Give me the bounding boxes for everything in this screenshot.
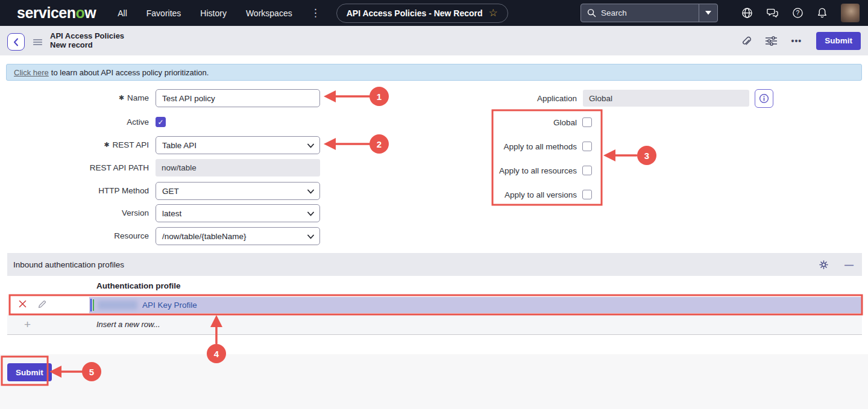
field-row-version: Version latest bbox=[0, 204, 338, 222]
version-select[interactable]: latest bbox=[156, 204, 320, 222]
nav-item-workspaces[interactable]: Workspaces bbox=[246, 8, 292, 18]
application-label: Application bbox=[422, 94, 577, 103]
rest-api-path-label: REST API PATH bbox=[0, 159, 149, 176]
info-icon bbox=[759, 93, 769, 104]
version-label: Version bbox=[0, 204, 149, 222]
help-icon[interactable]: ? bbox=[792, 7, 804, 19]
chevron-down-icon bbox=[307, 211, 314, 216]
field-row-name: ✱Name bbox=[0, 89, 338, 107]
globe-icon[interactable] bbox=[741, 7, 753, 19]
add-row-plus-icon[interactable]: + bbox=[24, 318, 31, 331]
annotation-badge-1 bbox=[370, 87, 389, 106]
record-title: API Access Policies bbox=[50, 31, 124, 40]
annotation-number-2: 2 bbox=[377, 139, 382, 149]
more-menu-icon[interactable]: ⋮ bbox=[310, 8, 321, 18]
name-label: ✱Name bbox=[0, 89, 149, 107]
logo-text-end: w bbox=[84, 4, 96, 21]
list-settings-gear-icon[interactable] bbox=[819, 260, 829, 270]
insert-row: + Insert a new row... bbox=[7, 314, 862, 335]
record-subtitle: New record bbox=[50, 40, 124, 49]
apply-all-methods-label: Apply to all methods bbox=[422, 142, 577, 151]
rest-api-path-value: now/table bbox=[156, 159, 320, 176]
submit-button-footer[interactable]: Submit bbox=[7, 363, 52, 381]
apply-all-versions-checkbox[interactable] bbox=[582, 190, 592, 199]
global-checkbox-label: Global bbox=[422, 118, 577, 127]
http-method-select[interactable]: GET bbox=[156, 182, 320, 200]
auth-profile-column-header[interactable]: Authentication profile bbox=[96, 281, 181, 290]
open-record-tab[interactable]: API Access Policies - New Record ☆ bbox=[336, 4, 508, 23]
resource-select[interactable]: /now/table/{tableName} bbox=[156, 227, 320, 245]
active-checkbox[interactable]: ✓ bbox=[156, 117, 166, 127]
nav-item-history[interactable]: History bbox=[200, 8, 227, 18]
svg-text:?: ? bbox=[796, 10, 800, 16]
redacted-text bbox=[98, 301, 137, 310]
logo-green-o: o bbox=[75, 4, 84, 21]
banner-text: to learn about API access policy priorit… bbox=[51, 68, 209, 77]
auth-profile-value: API Key Profile bbox=[142, 301, 197, 310]
search-dropdown-caret-icon[interactable] bbox=[699, 11, 717, 15]
nav-item-all[interactable]: All bbox=[118, 8, 127, 18]
servicenow-window: servicenow All Favorites History Workspa… bbox=[0, 0, 868, 409]
application-value: Global bbox=[583, 90, 749, 107]
search-input[interactable] bbox=[601, 8, 699, 17]
chevron-down-icon bbox=[307, 143, 314, 148]
required-marker: ✱ bbox=[119, 94, 124, 101]
annotation-arrow-3-head bbox=[603, 149, 615, 161]
active-label: Active bbox=[0, 117, 149, 127]
apply-all-resources-checkbox[interactable] bbox=[582, 166, 592, 175]
banner-link[interactable]: Click here bbox=[14, 68, 49, 77]
auth-profile-cell[interactable]: API Key Profile bbox=[89, 297, 861, 313]
form-context-menu-icon[interactable] bbox=[33, 37, 42, 48]
field-row-resource: Resource /now/table/{tableName} bbox=[0, 227, 338, 245]
annotation-badge-3 bbox=[637, 146, 656, 165]
collapse-list-icon[interactable]: — bbox=[844, 260, 854, 270]
record-header-actions: ••• Submit bbox=[741, 26, 861, 55]
field-row-http-method: HTTP Method GET bbox=[0, 182, 338, 200]
application-info-button[interactable] bbox=[755, 89, 773, 108]
list-column-header-row: Authentication profile bbox=[7, 276, 862, 296]
rest-api-label: ✱REST API bbox=[0, 136, 149, 154]
page-footer-area bbox=[0, 354, 868, 409]
auth-profile-row[interactable]: API Key Profile bbox=[11, 297, 861, 313]
logo-text: servicen bbox=[17, 4, 75, 21]
check-icon: ✓ bbox=[157, 118, 163, 126]
rest-api-select[interactable]: Table API bbox=[156, 136, 320, 154]
related-list-header: Inbound authentication profiles — bbox=[7, 253, 862, 276]
user-avatar[interactable] bbox=[841, 4, 860, 22]
record-header: API Access Policies New record ••• Submi… bbox=[0, 26, 868, 55]
apply-all-versions-label: Apply to all versions bbox=[422, 190, 577, 199]
search-icon bbox=[587, 8, 596, 17]
more-actions-icon[interactable]: ••• bbox=[791, 36, 802, 46]
field-row-rest-api-path: REST API PATH now/table bbox=[0, 159, 338, 176]
personalize-sliders-icon[interactable] bbox=[766, 36, 777, 46]
chevron-down-icon bbox=[307, 234, 314, 239]
annotation-number-3: 3 bbox=[644, 151, 649, 161]
apply-all-resources-label: Apply to all resources bbox=[422, 166, 577, 175]
top-nav-icons: ? bbox=[741, 0, 868, 26]
attachment-paperclip-icon[interactable] bbox=[741, 36, 751, 46]
name-input[interactable] bbox=[156, 89, 320, 107]
nav-item-favorites[interactable]: Favorites bbox=[146, 8, 181, 18]
edit-cursor bbox=[90, 299, 92, 311]
back-button[interactable] bbox=[7, 33, 25, 51]
top-nav-bar: servicenow All Favorites History Workspa… bbox=[0, 0, 868, 26]
favorite-star-icon[interactable]: ☆ bbox=[489, 8, 498, 18]
primary-nav: All Favorites History Workspaces bbox=[118, 8, 292, 18]
servicenow-logo[interactable]: servicenow bbox=[17, 4, 96, 22]
record-title-block: API Access Policies New record bbox=[50, 31, 124, 49]
submit-button-header[interactable]: Submit bbox=[816, 32, 861, 50]
edit-row-pencil-icon[interactable] bbox=[37, 299, 47, 309]
chevron-left-icon bbox=[13, 38, 19, 46]
apply-all-methods-checkbox[interactable] bbox=[582, 142, 592, 151]
changed-value-indicator bbox=[93, 299, 94, 311]
info-banner: Click here to learn about API access pol… bbox=[6, 64, 862, 81]
notification-bell-icon[interactable] bbox=[817, 7, 828, 19]
related-list-title: Inbound authentication profiles bbox=[13, 260, 124, 269]
delete-row-icon[interactable] bbox=[18, 299, 27, 308]
chat-icon[interactable] bbox=[766, 7, 779, 19]
http-method-label: HTTP Method bbox=[0, 182, 149, 200]
resource-label: Resource bbox=[0, 227, 149, 245]
global-checkbox[interactable] bbox=[582, 117, 592, 127]
field-row-rest-api: ✱REST API Table API bbox=[0, 136, 338, 154]
insert-row-label[interactable]: Insert a new row... bbox=[96, 320, 160, 329]
